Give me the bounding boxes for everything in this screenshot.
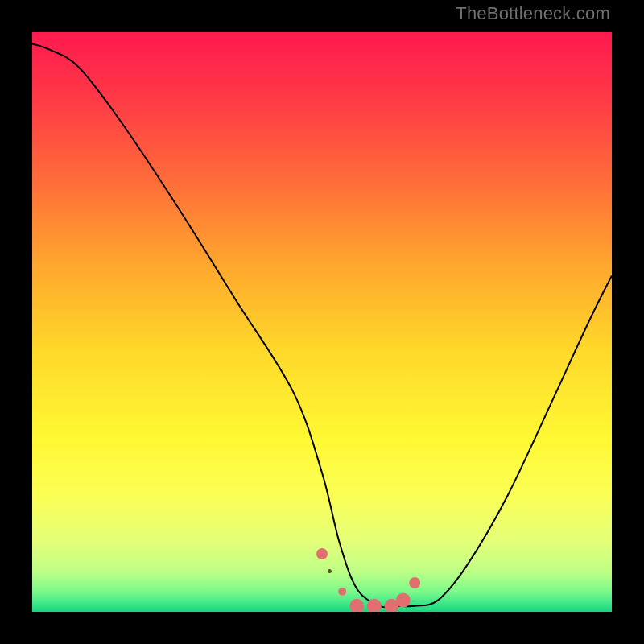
highlight-markers bbox=[316, 548, 420, 612]
highlight-point-dark bbox=[328, 569, 332, 573]
chart-frame: TheBottleneck.com bbox=[0, 0, 644, 644]
bottleneck-curve bbox=[32, 43, 612, 607]
watermark-text: TheBottleneck.com bbox=[456, 3, 610, 24]
plot-area bbox=[32, 32, 612, 612]
highlight-point bbox=[316, 548, 328, 559]
highlight-point bbox=[396, 593, 411, 608]
highlight-point bbox=[409, 577, 420, 588]
highlight-point bbox=[349, 599, 364, 612]
highlight-point bbox=[338, 588, 346, 596]
curve-layer bbox=[32, 32, 612, 612]
